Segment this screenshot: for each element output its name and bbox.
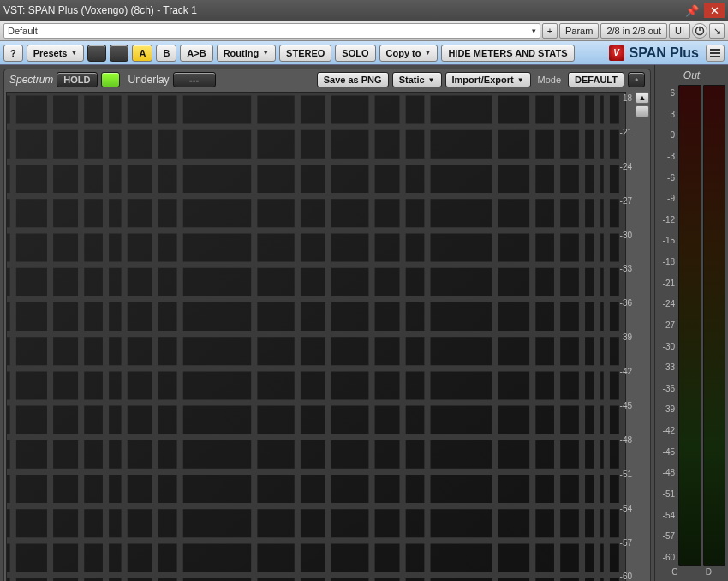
preset-value: Default — [8, 26, 38, 36]
slot-a-button[interactable]: A — [132, 45, 152, 62]
pin-icon[interactable]: 📌 — [682, 3, 702, 18]
out-tick: 6 — [658, 88, 675, 98]
out-tick: -30 — [658, 342, 675, 351]
hold-indicator[interactable] — [101, 72, 120, 87]
window-titlebar: VST: SPAN Plus (Voxengo) (8ch) - Track 1… — [0, 0, 728, 21]
out-scale: 630-3-6-9-12-15-18-21-24-27-30-33-36-39-… — [658, 85, 677, 566]
out-tick: -24 — [658, 299, 675, 308]
solo-button[interactable]: SOLO — [335, 45, 375, 62]
y-scale-thumb[interactable] — [636, 105, 649, 117]
ui-button[interactable]: UI — [669, 23, 690, 39]
out-tick: -18 — [658, 257, 675, 267]
hide-meters-button[interactable]: HIDE METERS AND STATS — [441, 45, 574, 62]
y-scale: ▲ -18-21-24-27-30-33-36-39-42-45-48-51-5… — [626, 90, 650, 581]
out-label: Out — [658, 68, 725, 85]
underlay-label: Underlay — [128, 74, 170, 86]
add-preset-button[interactable]: + — [542, 23, 558, 39]
brand: V SPAN Plus — [609, 45, 700, 61]
bypass-toggle[interactable] — [692, 23, 707, 39]
grid-icon — [7, 93, 625, 581]
mode-label: Mode — [538, 75, 562, 85]
chevron-down-icon: ▾ — [532, 27, 536, 35]
window-title: VST: SPAN Plus (Voxengo) (8ch) - Track 1 — [3, 4, 680, 16]
mode-default-button[interactable]: DEFAULT — [568, 72, 624, 87]
param-button[interactable]: Param — [559, 23, 599, 39]
plugin-toolbar: ? Presets A B A>B Routing STEREO SOLO Co… — [0, 41, 728, 65]
out-tick: 0 — [658, 130, 675, 140]
a-to-b-button[interactable]: A>B — [180, 45, 212, 62]
save-png-button[interactable]: Save as PNG — [317, 72, 389, 87]
out-tick: -6 — [658, 173, 675, 183]
help-button[interactable]: ? — [3, 45, 23, 62]
out-tick: -3 — [658, 152, 675, 161]
y-scale-up-button[interactable]: ▲ — [636, 92, 649, 104]
out-tick: -39 — [658, 404, 675, 414]
voxengo-logo-icon: V — [609, 45, 624, 61]
out-tick: -51 — [658, 489, 675, 499]
power-icon — [695, 26, 705, 36]
spectrum-toolbar: Spectrum HOLD Underlay --- Save as PNG S… — [4, 69, 650, 90]
out-tick: -54 — [658, 511, 675, 520]
out-tick: -27 — [658, 320, 675, 330]
out-tick: -36 — [658, 384, 675, 393]
undo-button[interactable] — [87, 45, 106, 62]
out-tick: -33 — [658, 362, 675, 372]
close-button[interactable]: ✕ — [704, 3, 725, 18]
out-tick: -42 — [658, 426, 675, 435]
hamburger-menu-button[interactable] — [706, 45, 725, 62]
out-tick: -9 — [658, 194, 675, 203]
out-tick: -12 — [658, 215, 675, 225]
preset-select[interactable]: Default ▾ — [3, 23, 540, 39]
out-c-label: C — [671, 567, 677, 577]
stereo-button[interactable]: STEREO — [279, 45, 331, 62]
io-button[interactable]: 2/8 in 2/8 out — [600, 23, 667, 39]
static-select[interactable]: Static — [392, 72, 442, 87]
import-export-select[interactable]: Import/Export — [445, 72, 531, 87]
spectrum-label: Spectrum — [9, 74, 53, 86]
expand-button[interactable]: ↘ — [709, 23, 725, 39]
out-tick: -57 — [658, 531, 675, 541]
slot-b-button[interactable]: B — [156, 45, 176, 62]
copy-to-button[interactable]: Copy to — [379, 45, 439, 62]
hold-button[interactable]: HOLD — [57, 72, 97, 87]
underlay-select[interactable]: --- — [173, 72, 216, 87]
brand-label: SPAN Plus — [630, 45, 700, 61]
out-meter-d — [703, 85, 726, 566]
out-tick: -48 — [658, 468, 675, 477]
out-tick: -45 — [658, 447, 675, 457]
out-tick: -21 — [658, 279, 675, 288]
spectrum-display[interactable] — [6, 92, 626, 581]
out-d-label: D — [706, 567, 712, 577]
routing-button[interactable]: Routing — [217, 45, 276, 62]
out-tick: -60 — [658, 553, 675, 562]
out-meter-c — [678, 85, 701, 566]
out-tick: -15 — [658, 236, 675, 245]
presets-button[interactable]: Presets — [27, 45, 85, 62]
redo-button[interactable] — [110, 45, 128, 62]
host-toolbar: Default ▾ + Param 2/8 in 2/8 out UI ↘ — [0, 21, 728, 41]
settings-button[interactable] — [628, 72, 645, 87]
gear-icon — [635, 74, 638, 86]
out-tick: 3 — [658, 110, 675, 119]
